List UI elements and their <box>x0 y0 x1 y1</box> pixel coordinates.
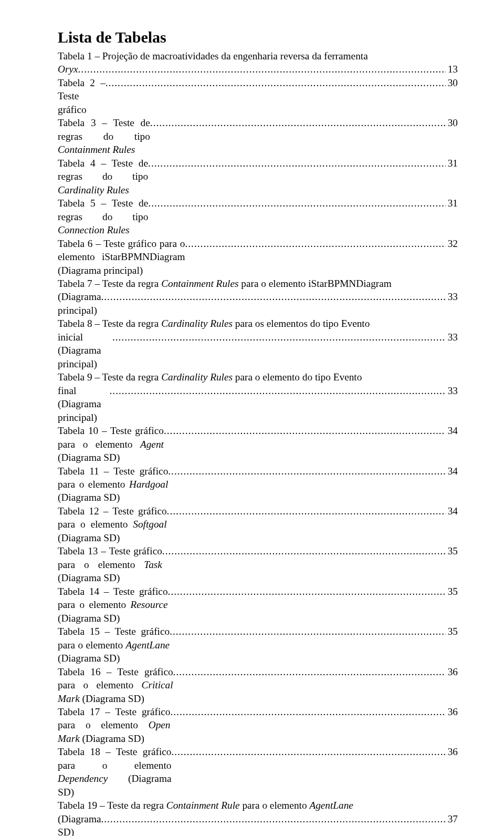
toc-entry-text: Tabela 5 – Teste de regras do tipo Conne… <box>58 197 148 236</box>
leader-dots <box>171 745 445 758</box>
toc-entry: Tabela 14 – Teste gráfico para o element… <box>58 585 458 625</box>
page-title: Lista de Tabelas <box>58 28 458 46</box>
toc-entry-page: 30 <box>446 76 458 89</box>
toc-entry: Tabela 8 – Teste da regra Cardinality Ru… <box>58 317 458 370</box>
toc-entry-page: 35 <box>446 585 458 598</box>
leader-dots <box>171 705 446 718</box>
leader-dots <box>170 625 446 638</box>
leader-dots <box>168 585 446 598</box>
leader-dots <box>148 157 446 170</box>
toc-entry-text: Tabela 3 – Teste de regras do tipo Conta… <box>58 116 150 156</box>
toc-entries: Tabela 1 – Projeção de macroatividades d… <box>58 49 458 836</box>
toc-entry-text: Tabela 9 – Teste da regra Cardinality Ru… <box>58 370 458 384</box>
toc-entry-text: Tabela 15 – Teste gráfico para o element… <box>58 625 170 665</box>
leader-dots <box>148 197 445 210</box>
toc-entry-text: Tabela 16 – Teste gráfico para o element… <box>58 665 173 705</box>
toc-entry: Tabela 11 – Teste gráfico para o element… <box>58 465 458 504</box>
toc-entry-text: Tabela 6 – Teste gráfico para o elemento… <box>58 237 185 277</box>
toc-entry-text-tail: (Diagrama SD) <box>58 812 101 836</box>
toc-entry-page: 34 <box>446 504 458 518</box>
toc-entry-text: Tabela 13 – Teste gráfico para o element… <box>58 544 162 584</box>
toc-entry-page: 33 <box>446 384 458 397</box>
toc-entry: Tabela 18 – Teste gráfico para o element… <box>58 745 458 799</box>
toc-entry-text: Tabela 10 – Teste gráfico para o element… <box>58 424 164 464</box>
toc-entry-text: Tabela 2 – Teste gráfico <box>58 76 106 116</box>
toc-entry: Tabela 5 – Teste de regras do tipo Conne… <box>58 197 458 236</box>
toc-entry-page: 34 <box>446 424 458 437</box>
leader-dots <box>162 544 446 558</box>
toc-entry: Tabela 10 – Teste gráfico para o element… <box>58 424 458 464</box>
leader-dots <box>173 665 446 678</box>
toc-entry-text: Tabela 4 – Teste de regras do tipo Cardi… <box>58 157 148 197</box>
toc-entry-page: 35 <box>446 625 458 638</box>
leader-dots <box>185 237 445 250</box>
page: Lista de Tabelas Tabela 1 – Projeção de … <box>0 0 504 836</box>
toc-entry-page: 34 <box>446 465 458 478</box>
toc-entry: Tabela 2 – Teste gráfico 30 <box>58 76 458 116</box>
leader-dots <box>150 116 446 129</box>
toc-entry-text-tail: inicial (Diagrama principal) <box>58 331 112 370</box>
toc-entry-text: Tabela 14 – Teste gráfico para o element… <box>58 585 168 625</box>
toc-entry: Tabela 9 – Teste da regra Cardinality Ru… <box>58 370 458 424</box>
toc-entry-page: 33 <box>446 290 458 303</box>
leader-dots <box>101 812 445 825</box>
toc-entry-text: Tabela 17 – Teste gráfico para o element… <box>58 705 171 745</box>
toc-entry-text-tail: (Diagrama principal) <box>58 290 101 317</box>
toc-entry: Tabela 19 – Teste da regra Containment R… <box>58 799 458 836</box>
toc-entry-page: 36 <box>446 705 458 718</box>
toc-entry-page: 30 <box>446 116 458 129</box>
toc-entry-text-tail: Oryx <box>58 63 78 76</box>
toc-entry: Tabela 12 – Teste gráfico para o element… <box>58 504 458 544</box>
toc-entry: Tabela 1 – Projeção de macroatividades d… <box>58 49 458 76</box>
toc-entry-page: 13 <box>446 63 458 76</box>
toc-entry-page: 31 <box>446 157 458 170</box>
toc-entry-page: 36 <box>446 745 458 758</box>
toc-entry-text: Tabela 19 – Teste da regra Containment R… <box>58 799 458 812</box>
toc-entry-text-tail: final (Diagrama principal) <box>58 384 110 424</box>
toc-entry: Tabela 17 – Teste gráfico para o element… <box>58 705 458 745</box>
toc-entry: Tabela 7 – Teste da regra Containment Ru… <box>58 277 458 317</box>
toc-entry: Tabela 4 – Teste de regras do tipo Cardi… <box>58 157 458 197</box>
leader-dots <box>164 424 446 437</box>
leader-dots <box>106 76 446 89</box>
leader-dots <box>167 504 446 518</box>
leader-dots <box>101 290 445 303</box>
toc-entry-page: 32 <box>446 237 458 250</box>
toc-entry: Tabela 16 – Teste gráfico para o element… <box>58 665 458 705</box>
toc-entry: Tabela 6 – Teste gráfico para o elemento… <box>58 237 458 277</box>
toc-entry-text: Tabela 1 – Projeção de macroatividades d… <box>58 49 458 63</box>
leader-dots <box>168 465 445 478</box>
leader-dots <box>78 63 446 76</box>
toc-entry-page: 31 <box>446 197 458 210</box>
toc-entry-text: Tabela 8 – Teste da regra Cardinality Ru… <box>58 317 458 330</box>
toc-entry-text: Tabela 18 – Teste gráfico para o element… <box>58 745 171 799</box>
toc-entry: Tabela 13 – Teste gráfico para o element… <box>58 544 458 584</box>
toc-entry: Tabela 15 – Teste gráfico para o element… <box>58 625 458 665</box>
toc-entry-page: 37 <box>446 812 458 825</box>
toc-entry-page: 35 <box>446 544 458 558</box>
toc-entry-text: Tabela 11 – Teste gráfico para o element… <box>58 465 168 504</box>
toc-entry-page: 33 <box>446 331 458 344</box>
toc-entry-text: Tabela 7 – Teste da regra Containment Ru… <box>58 277 458 290</box>
toc-entry: Tabela 3 – Teste de regras do tipo Conta… <box>58 116 458 156</box>
toc-entry-text: Tabela 12 – Teste gráfico para o element… <box>58 504 167 544</box>
leader-dots <box>110 384 446 397</box>
leader-dots <box>112 331 446 344</box>
toc-entry-page: 36 <box>446 665 458 678</box>
